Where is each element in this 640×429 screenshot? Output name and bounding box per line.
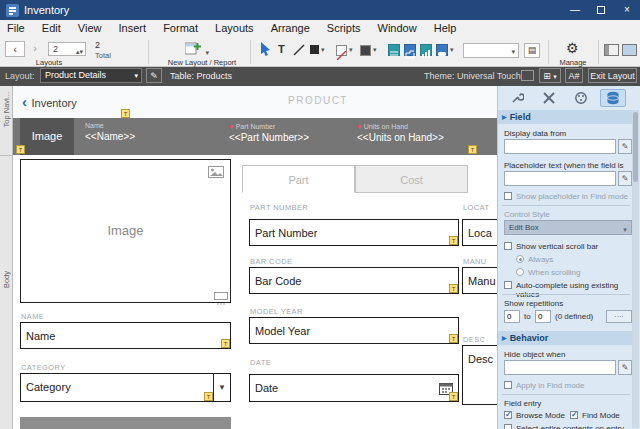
repetition-start-input[interactable] — [504, 310, 520, 323]
show-inspector-pane-icon[interactable] — [622, 44, 637, 56]
minimize-button[interactable]: — — [562, 0, 588, 20]
toolbar-dropdown[interactable]: ▾ — [463, 43, 519, 58]
field-picker-button[interactable]: ▤ — [524, 43, 540, 58]
manufacturer-field[interactable]: Manu — [462, 267, 497, 294]
description-field[interactable]: Desc — [462, 345, 497, 405]
pen-color-dropdown[interactable]: ▾ — [373, 46, 377, 54]
vertical-scrollbar-checkbox[interactable] — [504, 242, 512, 250]
shape-tool-dropdown[interactable]: ▾ — [321, 46, 325, 54]
forward-layout-button[interactable]: › — [28, 41, 42, 57]
field-section-header[interactable]: ▶Field — [498, 110, 633, 124]
selection-tool-icon[interactable] — [260, 42, 272, 56]
inspector-tab-appearance[interactable] — [568, 89, 594, 107]
menu-layouts[interactable]: Layouts — [208, 20, 261, 37]
sort-diamond-icon: ◆ — [357, 123, 362, 129]
edit-layout-pencil-button[interactable]: ✎ — [146, 68, 162, 83]
formatting-bar-button[interactable]: A# — [565, 68, 583, 83]
always-radio[interactable] — [516, 255, 524, 263]
display-data-edit-button[interactable]: ✎ — [618, 139, 632, 154]
apply-find-checkbox[interactable] — [504, 381, 512, 389]
new-layout-button[interactable]: ▾ — [185, 41, 209, 59]
tab-cost[interactable]: Cost — [355, 165, 468, 193]
hide-object-edit-button[interactable]: ✎ — [618, 360, 632, 375]
button-tool-icon[interactable] — [436, 44, 448, 56]
apply-find-label: Apply in Find mode — [516, 381, 584, 390]
location-field-label: LOCAT — [463, 203, 489, 212]
text-tool-icon[interactable]: T — [278, 43, 285, 55]
theme-label: Theme: Universal Touch — [424, 71, 521, 81]
name-field[interactable]: NameT — [20, 322, 231, 349]
control-style-dropdown[interactable]: Edit Box▼ — [504, 220, 632, 235]
inspector-scrollbar[interactable] — [632, 110, 639, 428]
autocomplete-checkbox[interactable] — [504, 281, 512, 289]
window-title: Inventory — [24, 4, 69, 16]
placeholder-text-input[interactable] — [504, 171, 616, 186]
tab-part[interactable]: Part — [242, 165, 355, 193]
manage-gear-icon[interactable]: ⚙ — [566, 40, 579, 56]
part-tab-top-navigation[interactable]: Top Navi... — [2, 92, 11, 127]
control-style-label: Control Style — [504, 210, 550, 219]
header-part-number-merge[interactable]: ◆Part Number <<Part Number>> — [229, 122, 309, 143]
model-year-field[interactable]: Model YearT — [249, 317, 459, 344]
behavior-section-header[interactable]: ▶Behavior — [498, 331, 633, 345]
show-placeholder-checkbox[interactable] — [504, 192, 512, 200]
bar-code-field[interactable]: Bar CodeT — [249, 267, 459, 294]
repetition-orientation-button[interactable]: ···· — [606, 310, 632, 323]
layout-number-stepper[interactable]: 2▴▾ — [48, 42, 86, 56]
table-selector-button[interactable]: Table: Products — [170, 71, 232, 81]
screen-size-icon[interactable] — [521, 70, 534, 81]
part-tab-body[interactable]: Body — [2, 271, 11, 288]
menu-scripts[interactable]: Scripts — [320, 20, 368, 37]
browse-mode-checkbox[interactable] — [504, 411, 512, 419]
date-field[interactable]: Date T — [249, 374, 459, 402]
layout-part-strip: Top Navi... Body — [0, 86, 13, 429]
filemaker-window: Inventory — × File Edit View Insert Form… — [0, 0, 640, 429]
maximize-button[interactable] — [588, 0, 614, 20]
back-button[interactable]: ‹ Inventory — [22, 93, 77, 111]
inspector-tab-data[interactable] — [600, 89, 626, 107]
header-name-merge[interactable]: Name <<Name>> — [85, 122, 135, 142]
image-container-field[interactable]: Image — [20, 159, 231, 303]
grid-options-button[interactable]: ⊞ ▾ — [539, 68, 561, 83]
placeholder-edit-button[interactable]: ✎ — [618, 171, 632, 186]
fill-color-swatch[interactable] — [336, 45, 347, 56]
header-units-merge[interactable]: ◆Units on Hand <<Units on Hand>> — [357, 122, 444, 143]
find-mode-checkbox[interactable] — [570, 411, 578, 419]
line-tool-icon[interactable] — [293, 44, 305, 56]
show-formatting-pane-icon[interactable] — [604, 44, 619, 56]
scrollbar-thumb[interactable] — [633, 112, 638, 182]
menu-file[interactable]: File — [0, 20, 32, 37]
button-tool-dropdown[interactable]: ▾ — [450, 46, 454, 54]
menu-edit[interactable]: Edit — [35, 20, 68, 37]
exit-layout-button[interactable]: Exit Layout — [588, 68, 637, 83]
chevron-down-icon[interactable]: ▼ — [213, 374, 230, 401]
shape-tool-icon[interactable] — [310, 45, 319, 54]
back-layout-button[interactable]: ‹ — [5, 41, 25, 57]
menu-view[interactable]: View — [71, 20, 109, 37]
pen-color-swatch[interactable] — [360, 45, 371, 56]
fill-color-dropdown[interactable]: ▾ — [349, 46, 353, 54]
header-image-cell[interactable]: Image — [20, 118, 74, 155]
when-scrolling-radio[interactable] — [516, 268, 524, 276]
display-data-label: Display data from — [504, 129, 566, 138]
location-field[interactable]: Loca — [462, 219, 497, 246]
repetition-end-input[interactable] — [535, 310, 551, 323]
menu-format[interactable]: Format — [156, 20, 205, 37]
menu-insert[interactable]: Insert — [112, 20, 154, 37]
inspector-tab-tools[interactable] — [536, 89, 562, 107]
hide-object-input[interactable] — [504, 360, 616, 375]
chart-tool-icon[interactable] — [420, 44, 432, 56]
tab-control-tool-icon[interactable] — [404, 44, 416, 56]
category-dropdown-field[interactable]: Category ▼ T — [20, 373, 231, 402]
inspector-tab-position[interactable] — [504, 89, 530, 107]
menu-arrange[interactable]: Arrange — [264, 20, 317, 37]
close-button[interactable]: × — [614, 0, 640, 20]
display-data-input[interactable] — [504, 139, 616, 154]
portal-tool-icon[interactable] — [388, 44, 400, 56]
part-number-field[interactable]: Part NumberT — [249, 219, 459, 246]
select-contents-checkbox[interactable] — [504, 424, 512, 429]
layout-total-count: 2Total — [95, 40, 111, 60]
layout-selector-dropdown[interactable]: Product Details▾ — [40, 68, 142, 83]
menu-help[interactable]: Help — [427, 20, 464, 37]
menu-window[interactable]: Window — [371, 20, 424, 37]
